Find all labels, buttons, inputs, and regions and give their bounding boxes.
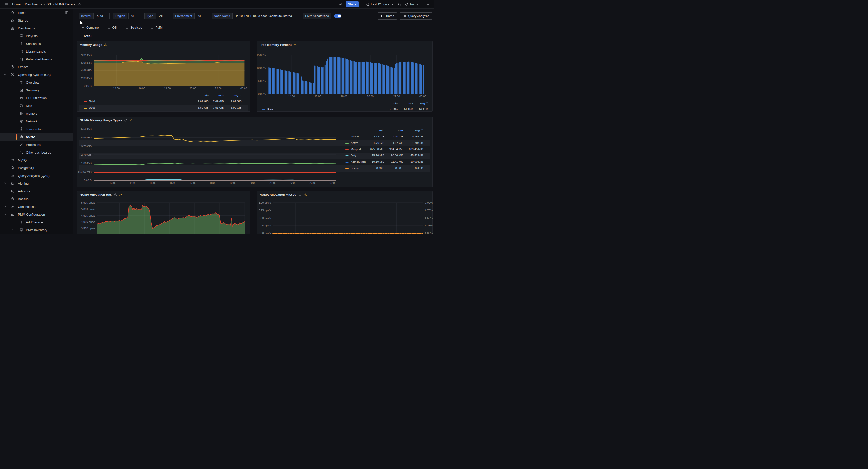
home-button[interactable]: Home: [378, 12, 397, 20]
panel-title[interactable]: Free Memory Percent: [259, 43, 291, 47]
sidebar-item-alerting[interactable]: Alerting: [0, 179, 73, 187]
sidebar-item-operating-system-os-[interactable]: Operating System (OS): [0, 71, 73, 79]
chevron-down-icon: [391, 3, 394, 6]
panel-title[interactable]: NUMA Allocation Hits: [80, 193, 112, 197]
sidebar-item-mysql[interactable]: MySQL: [0, 156, 73, 164]
sidebar-item-postgresql[interactable]: PostgreSQL: [0, 164, 73, 172]
link-icon: [10, 205, 14, 209]
favorite-dashboard-button[interactable]: [76, 1, 83, 7]
series-name[interactable]: Total: [89, 100, 95, 103]
sidebar-item-starred[interactable]: Starred: [0, 17, 73, 24]
sidebar-item-connections[interactable]: Connections: [0, 203, 73, 210]
dashboard-link-compare[interactable]: Compare: [79, 24, 101, 31]
sidebar-item-public-dashboards[interactable]: Public dashboards: [0, 55, 73, 63]
undock-menu-button[interactable]: [63, 9, 70, 17]
pmm-annotations-toggle[interactable]: [332, 12, 343, 20]
breadcrumb-item-numa-details[interactable]: NUMA Details: [56, 2, 75, 6]
info-icon[interactable]: [124, 119, 127, 122]
breadcrumb-item-os[interactable]: OS: [46, 2, 51, 6]
sidebar-item-disk[interactable]: Disk: [0, 102, 73, 110]
warning-icon[interactable]: [293, 43, 297, 47]
series-name[interactable]: Used: [89, 106, 95, 109]
legend-sort-min[interactable]: min: [379, 129, 384, 132]
sidebar-item-explore[interactable]: Explore: [0, 63, 73, 71]
variable-value-dropdown[interactable]: All: [128, 12, 141, 20]
series-name[interactable]: Active: [351, 141, 358, 144]
svg-text:3.00K ops/s: 3.00K ops/s: [81, 233, 95, 235]
dashboard-link-pmm[interactable]: PMM: [148, 24, 165, 31]
home-icon: [10, 11, 14, 14]
variable-value-dropdown[interactable]: auto: [94, 12, 110, 20]
warning-icon[interactable]: [129, 119, 133, 122]
sidebar-item-pmm-inventory[interactable]: PMM Inventory: [0, 226, 73, 234]
legend-sort-min[interactable]: min: [393, 101, 398, 105]
legend-value-avg: 1.79 GiB: [412, 141, 423, 144]
info-icon[interactable]: [114, 193, 117, 197]
sidebar-item-library-panels[interactable]: Library panels: [0, 48, 73, 55]
chevron-right-icon: [3, 189, 7, 193]
series-name[interactable]: Dirty: [351, 154, 356, 157]
series-name[interactable]: Inactive: [351, 135, 360, 138]
menu-toggle-button[interactable]: [3, 1, 9, 7]
svg-text:00:00: 00:00: [420, 95, 426, 98]
sidebar-item-memory[interactable]: Memory: [0, 110, 73, 117]
share-button[interactable]: Share: [346, 1, 359, 7]
series-color-swatch: [84, 101, 87, 102]
sidebar-item-processes[interactable]: Processes: [0, 141, 73, 148]
legend-sort-avg[interactable]: avg: [234, 94, 242, 96]
sidebar-item-other-dashboards[interactable]: Other dashboards: [0, 148, 73, 156]
sidebar-item-dashboards[interactable]: Dashboards: [0, 24, 73, 32]
series-name[interactable]: KernelStack: [351, 160, 366, 163]
breadcrumb-item-dashboards[interactable]: Dashboards: [25, 2, 42, 6]
search-icon: [20, 150, 23, 154]
breadcrumb-separator: ›: [22, 2, 23, 6]
legend-sort-max[interactable]: max: [408, 101, 413, 105]
sidebar-item-pmm-configuration[interactable]: PMM Configuration: [0, 210, 73, 218]
collapse-controls-button[interactable]: [425, 1, 431, 7]
panel-title[interactable]: NUMA Memory Usage Types: [80, 118, 122, 122]
legend-sort-avg[interactable]: avg: [415, 129, 423, 132]
query-analytics-button[interactable]: Query Analytics: [400, 12, 432, 20]
dashboard-link-os[interactable]: OS: [105, 24, 119, 31]
time-range-picker[interactable]: Last 12 hours: [365, 1, 396, 7]
series-name[interactable]: Mapped: [351, 148, 361, 151]
series-name[interactable]: Free: [267, 108, 273, 111]
sidebar-item-add-service[interactable]: Add Service: [0, 218, 73, 226]
sidebar-item-overview[interactable]: Overview: [0, 79, 73, 86]
section-row-total[interactable]: Total: [79, 34, 92, 38]
sidebar-item-temperature[interactable]: Temperature: [0, 125, 73, 133]
variable-value-dropdown[interactable]: All: [157, 12, 169, 20]
sidebar-item-cpu-utilization[interactable]: CPU utilization: [0, 94, 73, 102]
zoom-out-time-button[interactable]: [397, 1, 403, 7]
sidebar-item-network[interactable]: Network: [0, 117, 73, 125]
warning-icon[interactable]: [304, 193, 307, 197]
breadcrumb-item-home[interactable]: Home: [12, 2, 21, 6]
panel-title[interactable]: NUMA Allocation Missed: [259, 193, 297, 197]
sidebar-item-summary[interactable]: Summary: [0, 86, 73, 94]
legend-sort-min[interactable]: min: [204, 94, 209, 96]
sidebar-item-numa[interactable]: NUMA: [0, 133, 73, 141]
warning-icon[interactable]: [104, 43, 107, 47]
legend-sort-max[interactable]: max: [398, 129, 403, 132]
variable-value-dropdown[interactable]: ip-10-178-1-40.us-east-2.compute.interna…: [234, 12, 299, 20]
dashboard-link-services[interactable]: Services: [123, 24, 145, 31]
sidebar-item-home[interactable]: Home: [0, 9, 73, 17]
legend-sort-avg[interactable]: avg: [420, 101, 428, 105]
svg-text:0.50%: 0.50%: [425, 216, 433, 219]
sidebar-item-playlists[interactable]: Playlists: [0, 32, 73, 40]
sidebar-item-advisors[interactable]: Advisors: [0, 187, 73, 195]
svg-text:22:00: 22:00: [289, 181, 297, 184]
dashboard-settings-button[interactable]: [338, 1, 344, 7]
warning-icon[interactable]: [119, 193, 123, 197]
legend-sort-max[interactable]: max: [218, 94, 224, 96]
legend-value-min: 7.69 GiB: [198, 100, 209, 103]
sidebar-item-query-analytics-qan-[interactable]: Query Analytics (QAN): [0, 172, 73, 179]
sidebar-item-backup[interactable]: Backup: [0, 195, 73, 203]
sidebar-item-snapshots[interactable]: Snapshots: [0, 40, 73, 48]
refresh-picker[interactable]: 1m: [403, 1, 420, 7]
panel-title[interactable]: Memory Usage: [80, 43, 102, 47]
variable-value-dropdown[interactable]: All: [195, 12, 208, 20]
breadcrumb-separator: ›: [43, 2, 44, 6]
series-name[interactable]: Bounce: [351, 167, 360, 170]
info-icon[interactable]: [298, 193, 302, 197]
